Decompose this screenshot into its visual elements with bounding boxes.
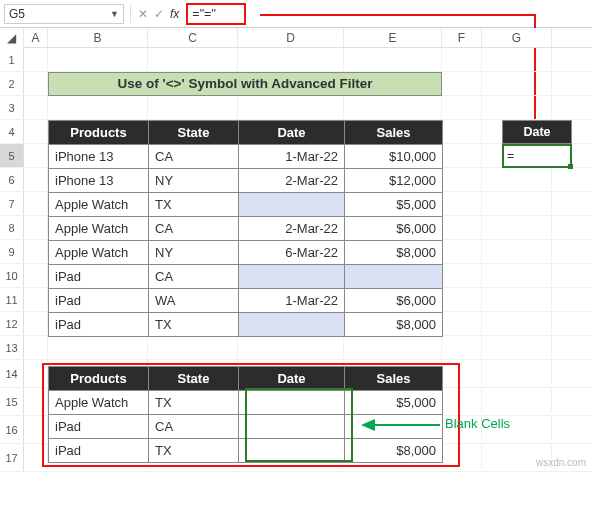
row-head-13[interactable]: 13: [0, 336, 24, 359]
criteria-header[interactable]: Date: [502, 120, 572, 144]
main-table: Products State Date Sales iPhone 13CA1-M…: [48, 120, 443, 337]
row-head-6[interactable]: 6: [0, 168, 24, 191]
column-headers: ◢ A B C D E F G: [0, 28, 592, 48]
formula-bar[interactable]: ="=": [186, 3, 246, 25]
cancel-icon[interactable]: ✕: [137, 7, 149, 21]
table-row: Apple WatchCA2-Mar-22$6,000: [49, 217, 443, 241]
row-head-15[interactable]: 15: [0, 388, 24, 415]
col-head-B[interactable]: B: [48, 28, 148, 47]
row-head-8[interactable]: 8: [0, 216, 24, 239]
col-head-G[interactable]: G: [482, 28, 552, 47]
row-head-3[interactable]: 3: [0, 96, 24, 119]
row-head-5[interactable]: 5: [0, 144, 24, 167]
row-head-12[interactable]: 12: [0, 312, 24, 335]
name-box-value: G5: [9, 7, 110, 21]
th-sales-2: Sales: [345, 367, 443, 391]
row-head-10[interactable]: 10: [0, 264, 24, 287]
th-products: Products: [49, 121, 149, 145]
spreadsheet-grid[interactable]: ◢ A B C D E F G 1 2 3 4 5 6 7 8 9 10 11 …: [0, 28, 592, 472]
fx-icon[interactable]: fx: [169, 7, 180, 21]
table-header-row: Products State Date Sales: [49, 121, 443, 145]
th-sales: Sales: [345, 121, 443, 145]
col-head-F[interactable]: F: [442, 28, 482, 47]
row-head-7[interactable]: 7: [0, 192, 24, 215]
name-box[interactable]: G5 ▼: [4, 4, 124, 24]
select-all-corner[interactable]: ◢: [0, 28, 24, 48]
col-head-E[interactable]: E: [344, 28, 442, 47]
chevron-down-icon[interactable]: ▼: [110, 9, 119, 19]
annotation-blank-cells: Blank Cells: [445, 416, 510, 431]
row-head-2[interactable]: 2: [0, 72, 24, 95]
row-head-14[interactable]: 14: [0, 360, 24, 387]
th-date-2: Date: [239, 367, 345, 391]
table-row: iPhone 13NY2-Mar-22$12,000: [49, 169, 443, 193]
enter-icon[interactable]: ✓: [153, 7, 165, 21]
table-row: Apple WatchTX$5,000: [49, 391, 443, 415]
row-head-16[interactable]: 16: [0, 416, 24, 443]
row-head-9[interactable]: 9: [0, 240, 24, 263]
row-head-11[interactable]: 11: [0, 288, 24, 311]
th-state-2: State: [149, 367, 239, 391]
row-head-1[interactable]: 1: [0, 48, 24, 71]
results-table: Products State Date Sales Apple WatchTX$…: [48, 366, 443, 463]
table-row: iPadCA: [49, 415, 443, 439]
formula-buttons: ✕ ✓ fx: [137, 7, 180, 21]
table-row: iPadCA: [49, 265, 443, 289]
col-head-A[interactable]: A: [24, 28, 48, 47]
th-products-2: Products: [49, 367, 149, 391]
table-row: iPadWA1-Mar-22$6,000: [49, 289, 443, 313]
col-head-C[interactable]: C: [148, 28, 238, 47]
row-head-4[interactable]: 4: [0, 120, 24, 143]
col-head-D[interactable]: D: [238, 28, 344, 47]
table-row: Apple WatchTX$5,000: [49, 193, 443, 217]
table-row: iPhone 13CA1-Mar-22$10,000: [49, 145, 443, 169]
watermark: wsxdn.com: [536, 457, 586, 468]
table-row: Apple WatchNY6-Mar-22$8,000: [49, 241, 443, 265]
table-row: iPadTX$8,000: [49, 313, 443, 337]
row-head-17[interactable]: 17: [0, 444, 24, 471]
divider: [130, 5, 131, 23]
th-date: Date: [239, 121, 345, 145]
formula-value: ="=": [192, 7, 215, 21]
th-state: State: [149, 121, 239, 145]
page-title: Use of '<>' Symbol with Advanced Filter: [48, 72, 442, 96]
table-header-row: Products State Date Sales: [49, 367, 443, 391]
criteria-range: Date =: [502, 120, 572, 168]
criteria-value-cell[interactable]: =: [502, 144, 572, 168]
table-row: iPadTX$8,000: [49, 439, 443, 463]
